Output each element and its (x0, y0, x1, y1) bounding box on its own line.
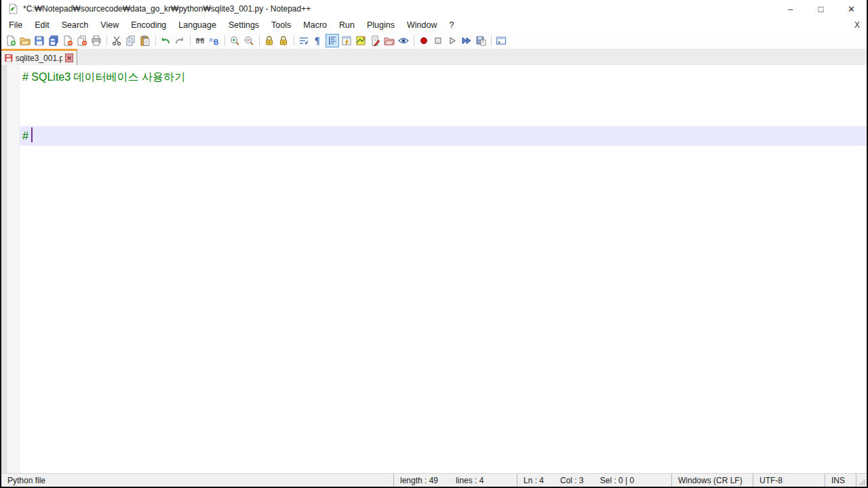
bookmark-margin[interactable] (1, 65, 7, 473)
copy-icon[interactable] (124, 34, 138, 47)
comment-text: # SQLite3 데이터베이스 사용하기 (22, 71, 185, 83)
code-line-2 (20, 87, 867, 106)
menu-window[interactable]: Window (401, 18, 443, 32)
status-lines: lines : 4 (456, 476, 484, 485)
macro-stop-icon[interactable] (431, 34, 445, 47)
toolbar-separator (259, 35, 260, 46)
replace-icon[interactable]: bB (208, 34, 221, 47)
redo-icon[interactable] (173, 34, 186, 47)
new-file-icon[interactable] (4, 34, 18, 47)
fold-margin[interactable] (7, 65, 20, 473)
toolbar-separator (294, 35, 294, 46)
menu-view[interactable]: View (94, 18, 125, 32)
save-all-icon[interactable] (47, 34, 60, 47)
word-wrap-icon[interactable] (297, 34, 311, 47)
svg-text:b: b (210, 37, 213, 43)
close-all-icon[interactable] (75, 34, 89, 47)
unsaved-changes-icon (5, 54, 13, 62)
show-all-characters-icon[interactable]: ¶ (311, 34, 325, 47)
print-icon[interactable] (90, 34, 103, 47)
macro-run-multiple-icon[interactable] (460, 34, 473, 47)
folder-as-workspace-icon[interactable] (382, 34, 396, 47)
tab-close-icon[interactable]: ✕ (65, 54, 73, 62)
document-map-icon[interactable] (354, 34, 368, 47)
status-line-number: Ln : 4 (524, 476, 544, 485)
comment-text: # (22, 130, 31, 142)
find-icon[interactable] (193, 34, 207, 47)
monitoring-icon[interactable] (397, 34, 410, 47)
macro-save-icon[interactable] (474, 34, 488, 47)
tab-sqlite3-001-py[interactable]: sqlite3_001.py ✕ (1, 49, 77, 65)
macro-play-icon[interactable] (446, 34, 459, 47)
undo-icon[interactable] (159, 34, 172, 47)
code-line-3 (20, 106, 867, 126)
menu-encoding[interactable]: Encoding (125, 18, 172, 32)
status-encoding: UTF-8 (753, 474, 825, 487)
menu-file[interactable]: File (1, 18, 28, 32)
status-length: length : 49 (400, 476, 438, 485)
cut-icon[interactable] (110, 34, 123, 47)
paste-icon[interactable] (138, 34, 152, 47)
tab-bar: sqlite3_001.py ✕ (1, 49, 867, 65)
sync-vertical-scroll-icon[interactable] (262, 34, 276, 47)
document-list-icon[interactable] (368, 34, 382, 47)
close-button[interactable]: ✕ (836, 0, 867, 18)
menu-plugins[interactable]: Plugins (361, 18, 401, 32)
window-controls: – □ ✕ (775, 0, 867, 18)
svg-text:¶: ¶ (315, 36, 320, 46)
status-selection: Sel : 0 | 0 (600, 476, 634, 485)
maximize-button[interactable]: □ (806, 0, 836, 18)
menu-language[interactable]: Language (172, 18, 222, 32)
show-indent-guide-icon[interactable] (326, 34, 339, 47)
toolbar: bB ¶ (1, 33, 867, 49)
code-line-1: # SQLite3 데이터베이스 사용하기 (20, 67, 867, 87)
menu-settings[interactable]: Settings (222, 18, 265, 32)
function-list-icon[interactable] (340, 34, 353, 47)
sync-horizontal-scroll-icon[interactable] (277, 34, 290, 47)
text-caret (31, 127, 33, 142)
notepadpp-window: *C:₩Notepad₩sourcecode₩data_go_kr₩python… (0, 0, 868, 488)
show-console-icon[interactable] (494, 34, 508, 47)
open-file-icon[interactable] (18, 34, 32, 47)
menu-run[interactable]: Run (333, 18, 361, 32)
zoom-in-icon[interactable] (228, 34, 241, 47)
status-length-lines: length : 49 lines : 4 (393, 474, 517, 487)
menu-tools[interactable]: Tools (265, 18, 297, 32)
notepadpp-logo-icon (7, 3, 19, 15)
editor-pane: # SQLite3 데이터베이스 사용하기 # (1, 65, 867, 473)
menu-bar: File Edit Search View Encoding Language … (1, 18, 867, 33)
menu-macro[interactable]: Macro (297, 18, 333, 32)
window-title: *C:₩Notepad₩sourcecode₩data_go_kr₩python… (23, 4, 311, 14)
menu-search[interactable]: Search (56, 18, 95, 32)
svg-text:B: B (214, 39, 218, 46)
status-bar: Python file length : 49 lines : 4 Ln : 4… (1, 473, 867, 487)
resize-grip[interactable] (856, 474, 867, 487)
zoom-out-icon[interactable] (242, 34, 256, 47)
status-column-number: Col : 3 (560, 476, 584, 485)
code-line-4-current: # (20, 126, 867, 146)
tab-label: sqlite3_001.py (16, 54, 62, 63)
toolbar-separator (414, 35, 414, 46)
status-doc-type: Python file (1, 474, 393, 487)
toolbar-separator (190, 35, 191, 46)
minimize-button[interactable]: – (775, 0, 806, 18)
macro-record-icon[interactable] (417, 34, 431, 47)
toolbar-separator (491, 35, 492, 46)
toolbar-separator (224, 35, 225, 46)
toolbar-separator (106, 35, 107, 46)
close-document-x[interactable]: X (848, 19, 867, 31)
menu-edit[interactable]: Edit (28, 18, 56, 32)
status-cursor-position: Ln : 4 Col : 3 Sel : 0 | 0 (517, 474, 671, 487)
code-text-area[interactable]: # SQLite3 데이터베이스 사용하기 # (20, 65, 867, 473)
status-eol-format: Windows (CR LF) (671, 474, 753, 487)
close-icon[interactable] (61, 34, 75, 47)
status-insert-mode: INS (825, 474, 856, 487)
toolbar-separator (155, 35, 156, 46)
menu-help[interactable]: ? (443, 18, 460, 32)
title-bar[interactable]: *C:₩Notepad₩sourcecode₩data_go_kr₩python… (1, 0, 867, 18)
save-icon[interactable] (33, 34, 46, 47)
